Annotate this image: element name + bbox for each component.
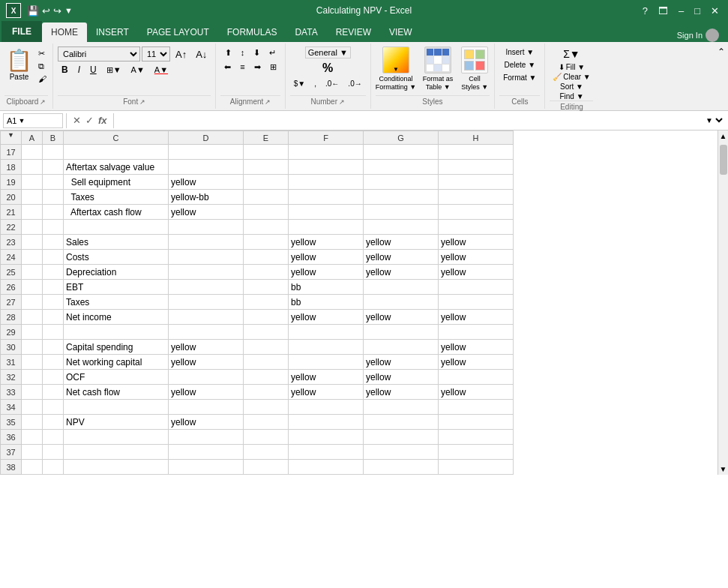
cell-19A[interactable] [22, 175, 43, 190]
cell-36C[interactable] [64, 430, 169, 445]
cell-20B[interactable] [43, 190, 64, 205]
font-color-btn[interactable]: A▼ [151, 64, 172, 76]
cell-17B[interactable] [43, 145, 64, 160]
cell-19B[interactable] [43, 175, 64, 190]
col-header-E[interactable]: E [244, 131, 289, 145]
cell-25D[interactable] [169, 265, 244, 280]
cell-25C[interactable]: Depreciation [64, 265, 169, 280]
merge-btn[interactable]: ⊞ [266, 61, 280, 74]
cell-30H[interactable]: yellow [439, 340, 514, 355]
cell-33B[interactable] [43, 385, 64, 400]
tab-insert[interactable]: INSERT [87, 22, 138, 42]
col-header-F[interactable]: F [289, 131, 364, 145]
cell-17D[interactable] [169, 145, 244, 160]
cell-27G[interactable] [364, 295, 439, 310]
sign-in[interactable]: Sign In [668, 28, 728, 42]
cell-29H[interactable] [439, 325, 514, 340]
close-btn[interactable]: ✕ [708, 5, 722, 16]
cell-36B[interactable] [43, 430, 64, 445]
file-tab[interactable]: FILE [1, 21, 42, 42]
formula-bar-dropdown[interactable]: ▼ [703, 116, 725, 125]
align-left-btn[interactable]: ⬅ [220, 61, 235, 74]
row-header-26[interactable]: 26 [1, 280, 22, 295]
copy-btn[interactable]: ⧉ [37, 61, 48, 72]
scroll-thumb[interactable] [720, 145, 727, 175]
cell-22G[interactable] [364, 220, 439, 235]
cell-33E[interactable] [244, 385, 289, 400]
cell-34E[interactable] [244, 400, 289, 415]
col-header-A[interactable]: A [22, 131, 43, 145]
cell-36G[interactable] [364, 430, 439, 445]
ribbon-collapse-btn[interactable]: ⌃ [715, 44, 728, 60]
fill-btn[interactable]: ⬇ Fill ▼ [559, 63, 585, 71]
cell-26E[interactable] [244, 280, 289, 295]
cell-36E[interactable] [244, 430, 289, 445]
format-as-table-btn[interactable]: Format asTable ▼ [419, 46, 457, 92]
cell-31C[interactable]: Net working capital [64, 355, 169, 370]
cell-35G[interactable] [364, 415, 439, 430]
cell-31G[interactable]: yellow [364, 355, 439, 370]
cell-30F[interactable] [289, 340, 364, 355]
cell-20G[interactable] [364, 190, 439, 205]
select-all-btn[interactable]: ▼ [3, 131, 19, 144]
font-family-select[interactable]: Calibri [58, 46, 140, 62]
align-center-btn[interactable]: ≡ [236, 61, 248, 74]
cell-32G[interactable]: yellow [364, 370, 439, 385]
sort-filter-btn[interactable]: Sort ▼ [560, 82, 583, 91]
cell-28G[interactable]: yellow [364, 310, 439, 325]
cell-23A[interactable] [22, 235, 43, 250]
cell-25A[interactable] [22, 265, 43, 280]
quick-access-dropdown[interactable]: ▼ [64, 6, 73, 15]
cell-24E[interactable] [244, 250, 289, 265]
col-header-H[interactable]: H [439, 131, 514, 145]
cell-18C[interactable]: Aftertax salvage value [64, 160, 169, 175]
cell-27E[interactable] [244, 295, 289, 310]
bold-btn[interactable]: B [58, 63, 72, 76]
cell-28B[interactable] [43, 310, 64, 325]
redo-btn[interactable]: ↪ [53, 5, 61, 16]
cell-26C[interactable]: EBT [64, 280, 169, 295]
italic-btn[interactable]: I [74, 63, 84, 76]
help-btn[interactable]: ? [640, 5, 651, 16]
cell-31A[interactable] [22, 355, 43, 370]
alignment-expand-icon[interactable]: ↗ [265, 98, 271, 106]
col-header-G[interactable]: G [364, 131, 439, 145]
cell-19D[interactable]: yellow [169, 175, 244, 190]
cell-25G[interactable]: yellow [364, 265, 439, 280]
cell-33F[interactable]: yellow [289, 385, 364, 400]
percent-btn[interactable]: % [319, 60, 337, 76]
cell-25B[interactable] [43, 265, 64, 280]
cell-22E[interactable] [244, 220, 289, 235]
row-header-25[interactable]: 25 [1, 265, 22, 280]
cell-32H[interactable] [439, 370, 514, 385]
cell-37G[interactable] [364, 445, 439, 460]
cell-27A[interactable] [22, 295, 43, 310]
cell-20D[interactable]: yellow-bb [169, 190, 244, 205]
cell-24F[interactable]: yellow [289, 250, 364, 265]
cell-27B[interactable] [43, 295, 64, 310]
cell-34B[interactable] [43, 400, 64, 415]
quick-save[interactable]: 💾 [27, 5, 39, 16]
cut-btn[interactable]: ✂ [37, 48, 48, 59]
row-header-29[interactable]: 29 [1, 325, 22, 340]
cell-32E[interactable] [244, 370, 289, 385]
cell-34F[interactable] [289, 400, 364, 415]
row-header-27[interactable]: 27 [1, 295, 22, 310]
row-header-34[interactable]: 34 [1, 400, 22, 415]
cell-17C[interactable] [64, 145, 169, 160]
undo-btn[interactable]: ↩ [42, 5, 50, 16]
cell-19F[interactable] [289, 175, 364, 190]
find-select-btn[interactable]: Find ▼ [559, 92, 583, 100]
minimize-btn[interactable]: – [676, 5, 687, 16]
col-header-C[interactable]: C [64, 131, 169, 145]
row-header-22[interactable]: 22 [1, 220, 22, 235]
cell-29E[interactable] [244, 325, 289, 340]
row-header-30[interactable]: 30 [1, 340, 22, 355]
cell-20C[interactable]: Taxes [64, 190, 169, 205]
cell-18G[interactable] [364, 160, 439, 175]
cell-28F[interactable]: yellow [289, 310, 364, 325]
cell-18D[interactable] [169, 160, 244, 175]
cell-38E[interactable] [244, 460, 289, 475]
cell-34D[interactable] [169, 400, 244, 415]
cell-19H[interactable] [439, 175, 514, 190]
